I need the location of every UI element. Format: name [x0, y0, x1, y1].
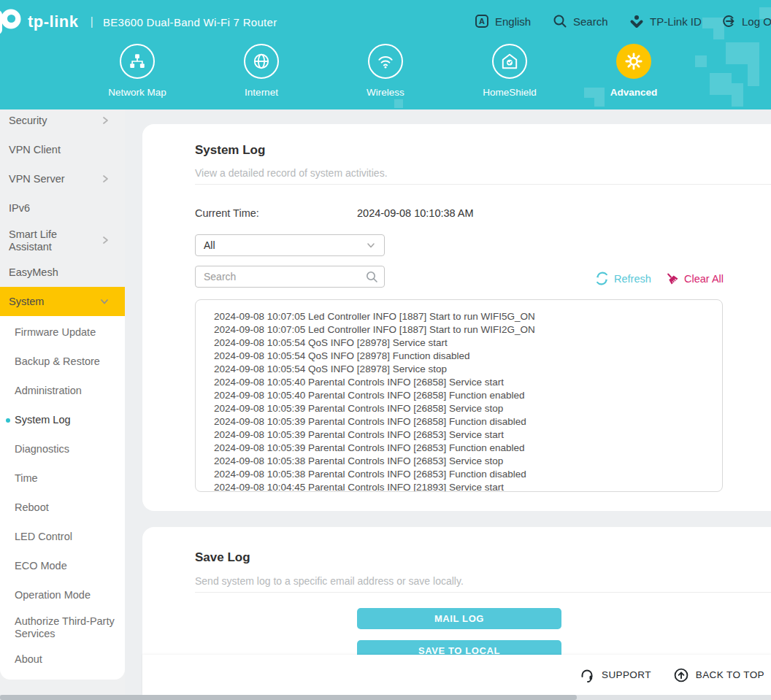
save-log-subtitle: Send system log to a specific email addr…	[195, 575, 464, 587]
submenu-label: Operation Mode	[15, 589, 91, 601]
log-entry: 2024-09-08 10:05:54 QoS INFO [28978] Fun…	[214, 350, 722, 363]
sidebar-item-label: VPN Server	[9, 173, 65, 185]
nav-advanced[interactable]: Advanced	[579, 44, 688, 98]
logout-menu[interactable]: Log Out	[721, 12, 771, 31]
log-entry: 2024-09-08 10:05:39 Parental Controls IN…	[214, 442, 722, 455]
chevron-right-icon	[101, 115, 110, 126]
submenu-about[interactable]: About	[0, 653, 125, 666]
sidebar-item-label: System	[9, 296, 44, 308]
chevron-right-icon	[101, 235, 110, 245]
submenu-label: About	[15, 653, 42, 665]
submenu-label: ECO Mode	[15, 560, 67, 572]
sidebar-item-ipv6[interactable]: IPv6	[0, 202, 125, 215]
log-entries-list[interactable]: 2024-09-08 10:07:05 Led Controller INFO …	[195, 299, 723, 492]
log-entry: 2024-09-08 10:07:05 Led Controller INFO …	[214, 310, 722, 323]
logout-icon	[721, 14, 736, 28]
mail-log-button[interactable]: MAIL LOG	[357, 608, 561, 629]
log-entry: 2024-09-08 10:05:54 QoS INFO [28978] Ser…	[214, 363, 722, 376]
chevron-down-icon	[366, 240, 376, 250]
nav-network-map-label: Network Map	[83, 87, 192, 98]
decoration-square	[394, 99, 403, 108]
divider	[195, 184, 771, 185]
brand-separator: |	[91, 15, 93, 29]
search-input[interactable]	[195, 266, 385, 288]
decoration-square	[702, 18, 713, 28]
submenu-reboot[interactable]: Reboot	[0, 501, 125, 514]
chevron-right-icon	[101, 174, 110, 184]
submenu-system-log[interactable]: System Log	[0, 414, 125, 426]
gear-icon	[624, 52, 643, 71]
submenu-label: Time	[15, 472, 38, 484]
page-title: System Log	[195, 143, 265, 158]
search-menu[interactable]: Search	[553, 12, 608, 31]
network-map-icon	[128, 52, 147, 71]
language-menu[interactable]: A English	[475, 12, 531, 31]
sidebar-item-label: VPN Client	[9, 144, 61, 155]
sidebar-item-vpn-server[interactable]: VPN Server	[0, 173, 125, 185]
brand-block: tp-link | BE3600 Dual-Band Wi-Fi 7 Route…	[0, 6, 277, 38]
submenu-label: LED Control	[15, 531, 72, 542]
system-submenu: Firmware Update Backup & Restore Adminis…	[0, 316, 125, 680]
log-search	[195, 266, 385, 288]
submenu-diagnostics[interactable]: Diagnostics	[0, 443, 125, 455]
brand-name: tp-link	[28, 12, 79, 31]
submenu-time[interactable]: Time	[0, 472, 125, 485]
sidebar-item-security[interactable]: Security	[0, 115, 125, 127]
log-filter-select[interactable]: All	[195, 234, 385, 256]
log-entry: 2024-09-08 10:07:05 Led Controller INFO …	[214, 323, 722, 336]
horizontal-scrollbar[interactable]	[0, 695, 771, 700]
submenu-operation-mode[interactable]: Operation Mode	[0, 589, 125, 601]
submenu-eco-mode[interactable]: ECO Mode	[0, 560, 125, 572]
submenu-authorize-third-party[interactable]: Authorize Third-Party Services	[0, 615, 125, 640]
nav-network-map[interactable]: Network Map	[83, 44, 192, 98]
submenu-firmware-update[interactable]: Firmware Update	[0, 326, 125, 339]
refresh-button[interactable]: Refresh	[595, 272, 651, 285]
submenu-label: System Log	[15, 414, 71, 426]
top-header: tp-link | BE3600 Dual-Band Wi-Fi 7 Route…	[0, 0, 771, 109]
log-entry: 2024-09-08 10:05:40 Parental Controls IN…	[214, 389, 722, 402]
svg-text:A: A	[479, 17, 485, 26]
back-to-top-button[interactable]: BACK TO TOP	[673, 667, 764, 683]
sidebar-item-label: Security	[9, 115, 47, 126]
sidebar-item-easymesh[interactable]: EasyMesh	[0, 266, 125, 279]
sidebar-item-label: EasyMesh	[9, 266, 58, 278]
current-time-value: 2024-09-08 10:10:38 AM	[357, 207, 474, 219]
submenu-label: Administration	[15, 385, 82, 396]
internet-icon	[252, 52, 271, 71]
submenu-led-control[interactable]: LED Control	[0, 531, 125, 543]
refresh-icon	[595, 272, 609, 285]
log-entry: 2024-09-08 10:05:40 Parental Controls IN…	[214, 376, 722, 389]
decoration-square	[732, 83, 743, 107]
clear-all-label: Clear All	[684, 273, 724, 285]
log-entry: 2024-09-08 10:05:39 Parental Controls IN…	[214, 428, 722, 442]
tplink-id-menu[interactable]: TP-Link ID	[629, 12, 702, 31]
nav-wireless[interactable]: Wireless	[331, 44, 440, 98]
headset-icon	[579, 667, 595, 683]
active-bullet-icon	[6, 418, 10, 423]
submenu-administration[interactable]: Administration	[0, 385, 125, 397]
nav-internet[interactable]: Internet	[207, 44, 316, 98]
log-entry: 2024-09-08 10:05:54 QoS INFO [28978] Ser…	[214, 336, 722, 350]
tp-link-logo-icon	[0, 6, 23, 38]
wireless-icon	[376, 52, 395, 71]
broom-icon	[665, 272, 679, 285]
scrollbar-thumb[interactable]	[0, 695, 577, 700]
refresh-label: Refresh	[614, 273, 651, 285]
sidebar-item-smart-life-assistant[interactable]: Smart Life Assistant	[0, 228, 125, 253]
nav-homeshield[interactable]: HomeShield	[455, 44, 564, 98]
decoration-square	[710, 73, 732, 95]
submenu-backup-restore[interactable]: Backup & Restore	[0, 355, 125, 368]
tplink-id-label: TP-Link ID	[650, 15, 702, 28]
sidebar-item-vpn-client[interactable]: VPN Client	[0, 144, 125, 156]
logout-label: Log Out	[742, 15, 771, 28]
back-to-top-label: BACK TO TOP	[696, 669, 764, 680]
support-button[interactable]: SUPPORT	[579, 667, 651, 683]
submenu-label: Reboot	[15, 501, 49, 513]
sidebar-item-system[interactable]: System	[0, 287, 125, 316]
search-icon	[553, 14, 567, 28]
arrow-up-circle-icon	[673, 667, 689, 683]
chevron-down-icon	[99, 296, 110, 307]
current-time-label: Current Time:	[195, 207, 259, 219]
clear-all-button[interactable]: Clear All	[665, 272, 724, 285]
language-label: English	[495, 15, 531, 28]
